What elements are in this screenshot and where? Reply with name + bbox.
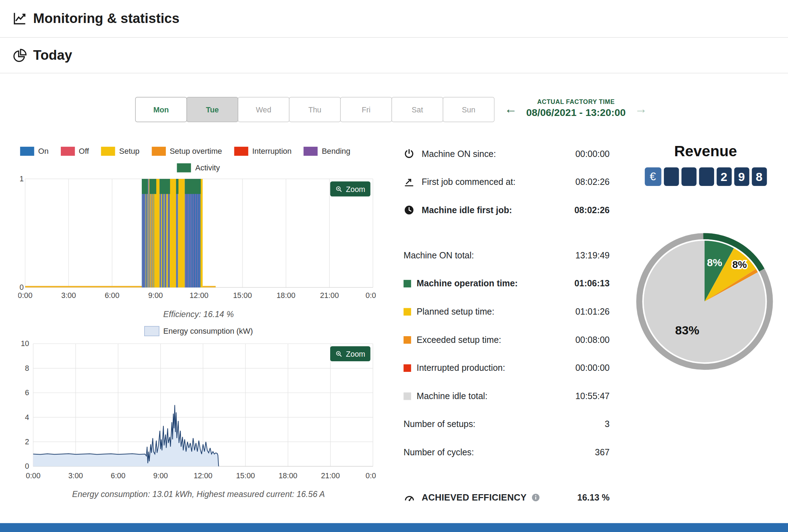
energy-chart: 02468100:003:006:009:0012:0015:0018:0021… — [18, 340, 376, 486]
stat-value: 01:01:26 — [576, 306, 610, 317]
stat-row-machine-idle-first-job: Machine idle first job:08:02:26 — [404, 196, 610, 224]
svg-text:6: 6 — [25, 388, 29, 397]
stat-value: 08:02:26 — [574, 205, 610, 215]
stat-value: 00:00:00 — [576, 148, 610, 159]
day-tab-thu[interactable]: Thu — [289, 97, 340, 122]
svg-text:6:00: 6:00 — [105, 291, 119, 300]
legend-swatch — [234, 147, 248, 156]
stat-row-interrupted-production: Interrupted production:00:00:00 — [404, 354, 610, 382]
svg-text:8%: 8% — [732, 259, 747, 270]
stat-value: 00:00:00 — [576, 363, 610, 373]
stat-swatch — [404, 308, 411, 315]
svg-text:0: 0 — [25, 462, 29, 470]
svg-text:0: 0 — [19, 283, 24, 292]
stat-label: Machine idle total: — [416, 391, 488, 401]
factory-time-text: ACTUAL FACTORY TIME 08/06/2021 - 13:20:0… — [518, 99, 634, 119]
svg-text:3:00: 3:00 — [61, 291, 76, 300]
monitoring-dashboard: Monitoring & statistics Today MonTueWedT… — [0, 0, 788, 532]
svg-text:9:00: 9:00 — [153, 472, 168, 480]
stat-label: Interrupted production: — [416, 363, 505, 373]
svg-text:0:00: 0:00 — [366, 291, 376, 300]
zoom-button-label: Zoom — [346, 350, 365, 358]
stat-value: 3 — [605, 419, 610, 429]
svg-text:6:00: 6:00 — [111, 472, 126, 480]
legend-swatch — [152, 147, 166, 156]
day-tabs: MonTueWedThuFriSatSun — [136, 97, 495, 122]
revenue-pie-chart: 8%8%83% — [629, 226, 780, 377]
svg-text:83%: 83% — [675, 323, 699, 337]
svg-text:15:00: 15:00 — [236, 472, 255, 480]
legend-label: Setup overtime — [170, 147, 222, 156]
stat-label: Machine ON since: — [422, 148, 496, 159]
svg-text:4: 4 — [25, 413, 29, 422]
stat-value: 08:02:26 — [576, 177, 610, 187]
line-chart-icon — [12, 11, 27, 26]
legend-swatch — [304, 147, 318, 156]
revenue-digit-4: 9 — [734, 167, 749, 186]
svg-text:21:00: 21:00 — [321, 472, 340, 480]
stat-swatch — [404, 336, 411, 343]
stat-row-machine-operation-time: Machine operation time:01:06:13 — [404, 269, 610, 298]
svg-text:12:00: 12:00 — [194, 472, 212, 480]
day-tab-fri[interactable]: Fri — [340, 97, 392, 122]
stat-value: 13:19:49 — [576, 250, 610, 261]
stat-label: Machine idle first job: — [422, 205, 512, 215]
day-tab-tue[interactable]: Tue — [186, 97, 238, 122]
revenue-digit-5: 8 — [752, 167, 767, 186]
svg-text:2: 2 — [25, 438, 29, 446]
stat-value: 367 — [595, 447, 610, 457]
svg-text:15:00: 15:00 — [233, 291, 252, 300]
footer-bar — [0, 523, 788, 532]
legend-item-setup: Setup — [101, 147, 140, 156]
svg-text:8: 8 — [25, 364, 29, 373]
day-tab-mon[interactable]: Mon — [135, 97, 187, 122]
energy-chart-zoom-button[interactable]: Zoom — [330, 346, 370, 361]
legend-label: Off — [79, 147, 89, 156]
energy-legend: Energy consumption (kW) — [20, 326, 377, 336]
svg-text:18:00: 18:00 — [276, 291, 295, 300]
legend-item-off: Off — [61, 147, 89, 156]
legend-item-bending: Bending — [304, 147, 350, 156]
stat-row-first-job-commenced-at: First job commenced at:08:02:26 — [404, 168, 610, 196]
legend-swatch — [101, 147, 115, 156]
stat-value: 01:06:13 — [574, 278, 610, 289]
stat-value: 16.13 % — [577, 492, 609, 503]
legend-label: Activity — [195, 163, 220, 173]
svg-text:8%: 8% — [707, 257, 722, 268]
day-tab-sun[interactable]: Sun — [443, 97, 494, 122]
svg-text:9:00: 9:00 — [148, 291, 163, 300]
info-icon[interactable] — [531, 493, 540, 502]
stat-swatch — [404, 392, 411, 400]
day-tab-wed[interactable]: Wed — [238, 97, 289, 122]
pie-chart-icon — [12, 48, 27, 63]
day-tab-sat[interactable]: Sat — [391, 97, 443, 122]
next-day-button[interactable]: → — [634, 101, 648, 116]
stat-label: Number of cycles: — [404, 447, 474, 457]
legend-item-on: On — [20, 147, 49, 156]
power-icon — [404, 148, 422, 159]
revenue-digit-3: 2 — [716, 167, 731, 186]
machine-state-chart: 100:003:006:009:0012:0015:0018:0021:000:… — [18, 176, 376, 303]
legend-label: On — [38, 147, 48, 156]
prev-day-button[interactable]: ← — [503, 101, 518, 116]
zoom-icon — [335, 185, 343, 193]
section-title: Today — [33, 48, 72, 63]
stat-value: 10:55:47 — [576, 391, 610, 401]
stat-row-exceeded-setup-time: Exceeded setup time:00:08:00 — [404, 326, 610, 354]
state-chart-zoom-button[interactable]: Zoom — [330, 181, 370, 197]
svg-text:0:00: 0:00 — [26, 472, 41, 480]
stat-row-machine-on-total: Machine ON total:13:19:49 — [404, 241, 610, 269]
legend-swatch — [20, 147, 34, 156]
state-legend: OnOffSetupSetup overtimeInterruptionBend… — [20, 147, 377, 156]
stat-label: Number of setups: — [404, 419, 475, 429]
svg-text:0:00: 0:00 — [366, 472, 376, 480]
page-title: Monitoring & statistics — [33, 11, 180, 27]
energy-legend-swatch — [144, 326, 159, 336]
revenue-digit-2 — [699, 167, 714, 186]
zoom-icon — [335, 350, 343, 357]
zoom-button-label: Zoom — [346, 185, 365, 193]
stat-row-number-of-cycles: Number of cycles:367 — [404, 438, 610, 467]
svg-text:0:00: 0:00 — [18, 291, 33, 300]
section-header: Today — [0, 38, 788, 74]
legend-item-activity: Activity — [177, 163, 220, 173]
